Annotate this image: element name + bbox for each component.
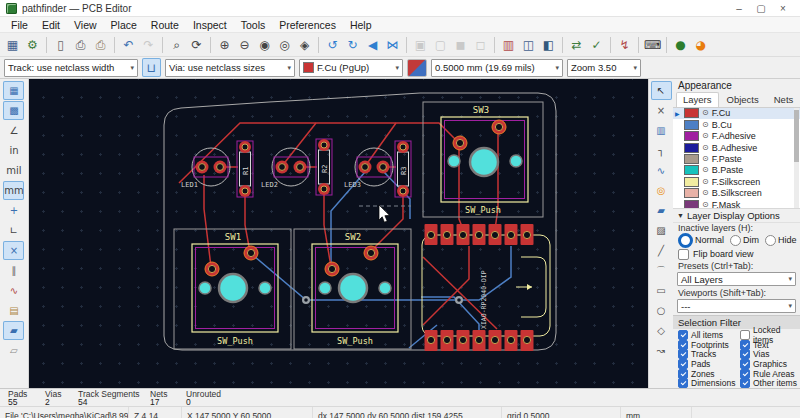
layer-row-f-adhesive[interactable]: ⊙F.Adhesive [673, 131, 800, 142]
layer-visibility-eye-icon[interactable]: ⊙ [702, 109, 709, 117]
layer-row-b-cu[interactable]: ⊙B.Cu [673, 119, 800, 130]
refresh-button[interactable]: ⟳ [187, 35, 206, 54]
add-zone-button[interactable]: ▰ [651, 201, 672, 220]
layer-row-f-cu[interactable]: ▶⊙F.Cu [673, 108, 800, 119]
menu-tools[interactable]: Tools [234, 19, 273, 31]
zoom-fit-objects-button[interactable]: ◎ [275, 35, 294, 54]
3d-viewer-button[interactable]: ◧ [539, 35, 558, 54]
layer-visibility-eye-icon[interactable]: ⊙ [702, 121, 709, 129]
layer-row-f-silkscreen[interactable]: ⊙F.Silkscreen [673, 176, 800, 187]
highlight-net-button[interactable]: × [651, 101, 672, 120]
find-button[interactable]: ⌕ [167, 35, 186, 54]
layer-list-scrollbar[interactable] [794, 108, 799, 208]
zoom-select[interactable]: Zoom 3.50 ▾ [567, 59, 641, 77]
maximize-button[interactable]: ▢ [750, 3, 772, 14]
select-tool-button[interactable]: ↖ [651, 81, 672, 100]
curved-ratsnest-button[interactable]: ∿ [3, 281, 24, 300]
units-inches-button[interactable]: in [3, 141, 24, 160]
menu-view[interactable]: View [67, 19, 104, 31]
footprint-r2[interactable]: R2 [316, 139, 332, 195]
filter-checkbox[interactable] [740, 340, 750, 350]
mirror-button[interactable]: ⋈ [383, 35, 402, 54]
footprint-led1[interactable]: LED1 [181, 148, 230, 189]
rotate-cw-button[interactable]: ↻ [343, 35, 362, 54]
menu-edit[interactable]: Edit [35, 19, 67, 31]
footprint-sw1[interactable]: SW1 SW_Push [174, 229, 291, 349]
zoom-out-button[interactable]: ⊖ [235, 35, 254, 54]
tab-layers[interactable]: Layers [676, 92, 719, 107]
close-button[interactable]: × [772, 3, 794, 14]
layer-color-swatch[interactable] [684, 177, 699, 187]
plot-button[interactable]: ⎙ [91, 35, 110, 54]
filter-checkbox[interactable] [678, 340, 688, 350]
minimize-button[interactable]: – [728, 3, 750, 14]
ratsnest-visibility-button[interactable]: × [3, 241, 24, 260]
draw-arc-button[interactable]: ⌒ [651, 261, 672, 280]
footprint-led3[interactable]: LED3 [344, 148, 393, 189]
layer-color-swatch[interactable] [684, 200, 699, 209]
units-mm-button[interactable]: mm [3, 181, 24, 200]
flip-board-view-checkbox[interactable] [678, 249, 689, 260]
layer-visibility-eye-icon[interactable]: ⊙ [702, 166, 709, 174]
layer-visibility-eye-icon[interactable]: ⊙ [702, 155, 709, 163]
layer-color-swatch[interactable] [684, 120, 699, 130]
layer-pair-icon[interactable] [407, 59, 427, 77]
layer-visibility-eye-icon[interactable]: ⊙ [702, 132, 709, 140]
radio-dim[interactable] [730, 235, 741, 246]
via-size-select[interactable]: Via: use netclass sizes ▾ [165, 59, 295, 77]
add-rule-area-button[interactable]: ▨ [651, 221, 672, 240]
grid-visibility-button[interactable]: ▦ [3, 81, 24, 100]
undo-button[interactable]: ↶ [119, 35, 138, 54]
place-leader-button[interactable]: ↝ [651, 341, 672, 360]
cursor-shape-button[interactable]: + [3, 201, 24, 220]
polar-coordinates-button[interactable]: ∠ [3, 121, 24, 140]
filter-checkbox[interactable] [678, 330, 688, 340]
filter-checkbox[interactable] [740, 378, 750, 388]
layer-color-swatch[interactable] [684, 154, 699, 164]
layer-visibility-eye-icon[interactable]: ⊙ [702, 144, 709, 152]
layer-row-f-paste[interactable]: ⊙F.Paste [673, 153, 800, 164]
ratsnest-lines-button[interactable]: ∥ [3, 261, 24, 280]
layer-row-b-paste[interactable]: ⊙B.Paste [673, 165, 800, 176]
board-setup-button[interactable]: ⚙ [23, 35, 42, 54]
filter-checkbox[interactable] [678, 359, 688, 369]
draw-circle-button[interactable]: ○ [651, 301, 672, 320]
radio-hide[interactable] [765, 235, 776, 246]
design-rules-check-button[interactable]: ✓ [587, 35, 606, 54]
footprint-r1[interactable]: R1 [237, 141, 253, 197]
grid-overrides-button[interactable]: ▩ [3, 101, 24, 120]
layer-color-swatch[interactable] [684, 165, 699, 175]
filter-checkbox[interactable] [740, 330, 750, 340]
print-button[interactable]: ⎙ [71, 35, 90, 54]
draw-polygon-button[interactable]: ◇ [651, 321, 672, 340]
menu-help[interactable]: Help [343, 19, 379, 31]
layer-row-f-mask[interactable]: ⊙F.Mask [673, 199, 800, 209]
cleanup-tracks-button[interactable]: ↯ [615, 35, 634, 54]
layer-color-swatch[interactable] [684, 143, 699, 153]
zone-outline-mode-button[interactable]: ▱ [3, 341, 24, 360]
menu-route[interactable]: Route [144, 19, 186, 31]
filter-checkbox[interactable] [740, 349, 750, 359]
draw-line-button[interactable]: ╱ [651, 241, 672, 260]
presets-select[interactable]: All Layers ▾ [677, 272, 796, 286]
layer-visibility-eye-icon[interactable]: ⊙ [702, 189, 709, 197]
route-differential-pairs-button[interactable]: ∿ [651, 161, 672, 180]
filter-checkbox[interactable] [678, 378, 688, 388]
footprint-r3[interactable]: R3 [395, 141, 411, 197]
layer-row-b-adhesive[interactable]: ⊙B.Adhesive [673, 142, 800, 153]
track-width-auto-button[interactable]: ⊔ [142, 58, 161, 77]
footprint-browser-button[interactable]: ◫ [519, 35, 538, 54]
zoom-fit-button[interactable]: ◉ [255, 35, 274, 54]
zone-fill-mode-button[interactable]: ▰ [3, 321, 24, 340]
radio-normal[interactable] [678, 233, 693, 248]
filter-checkbox[interactable] [678, 349, 688, 359]
zoom-selection-button[interactable]: ◈ [295, 35, 314, 54]
menu-file[interactable]: File [4, 19, 35, 31]
draw-rectangle-button[interactable]: ▭ [651, 281, 672, 300]
filter-checkbox[interactable] [678, 369, 688, 379]
update-pcb-from-schematic-button[interactable]: ⇄ [567, 35, 586, 54]
tab-nets[interactable]: Nets [767, 92, 800, 107]
track-width-select[interactable]: Track: use netclass width ▾ [4, 59, 138, 77]
route-tracks-button[interactable]: ┐ [651, 141, 672, 160]
tab-objects[interactable]: Objects [720, 92, 766, 107]
